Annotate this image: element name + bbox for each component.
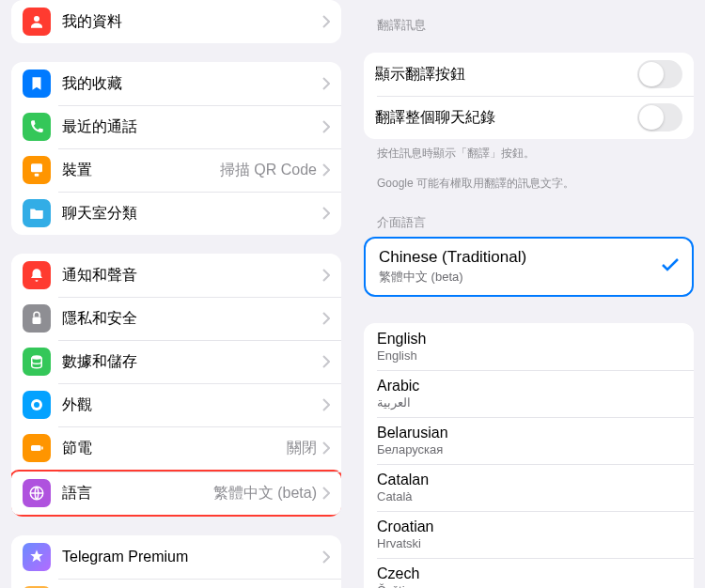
lang-secondary: English [377, 348, 681, 363]
lang-secondary: Беларуская [377, 442, 681, 456]
row-bookmark[interactable]: 我的收藏 [11, 62, 341, 105]
chevron-right-icon [322, 312, 330, 325]
settings-group: 通知和聲音 隱私和安全 數據和儲存 外觀 [11, 254, 341, 517]
phone-icon [23, 113, 51, 141]
selected-secondary: 繁體中文 (beta) [379, 269, 662, 286]
chevron-right-icon [322, 207, 330, 220]
selected-language[interactable]: Chinese (Traditional) 繁體中文 (beta) [364, 237, 694, 297]
profile-group: 我的資料 [11, 0, 341, 43]
person-icon [23, 8, 51, 36]
row-privacy[interactable]: 隱私和安全 [11, 297, 341, 340]
lang-primary: Croatian [377, 518, 681, 535]
lang-primary: Czech [377, 565, 681, 582]
lock-icon [646, 110, 659, 127]
svg-point-4 [32, 355, 42, 360]
toggle-show-translate[interactable] [637, 60, 682, 88]
row-premium[interactable]: Telegram Premium [11, 535, 341, 579]
row-show-translate[interactable]: 顯示翻譯按鈕 [364, 53, 694, 96]
chevron-right-icon [322, 77, 330, 90]
row-label: 顯示翻譯按鈕 [375, 65, 637, 85]
row-label: 節電 [62, 439, 287, 458]
row-profile[interactable]: 我的資料 [11, 0, 341, 43]
lang-option-croatian[interactable]: Croatian Hrvatski [364, 511, 694, 558]
chevron-right-icon [322, 15, 330, 28]
svg-rect-7 [31, 445, 41, 451]
row-language[interactable]: 語言 繁體中文 (beta) [11, 470, 341, 517]
section-lang-header: 介面語言 [364, 214, 694, 231]
translate-group: 顯示翻譯按鈕 翻譯整個聊天紀錄 [364, 53, 694, 139]
row-label: Telegram Premium [62, 549, 322, 565]
battery-icon [23, 434, 51, 462]
row-label: 我的資料 [62, 12, 322, 32]
chevron-right-icon [322, 398, 330, 411]
row-detail: 關閉 [287, 439, 317, 458]
caption-translate-1: 按住訊息時顯示「翻譯」按鈕。 [364, 139, 694, 162]
lang-option-belarusian[interactable]: Belarusian Беларуская [364, 417, 694, 464]
lang-option-czech[interactable]: Czech Čeština [364, 558, 694, 588]
general-group: 我的收藏 最近的通話 裝置 掃描 QR Code 聊天室分類 [11, 62, 341, 235]
lang-option-english[interactable]: English English [364, 323, 694, 370]
lang-option-catalan[interactable]: Catalan Català [364, 464, 694, 511]
lang-option-arabic[interactable]: Arabic العربية [364, 370, 694, 417]
svg-rect-2 [35, 174, 39, 177]
lang-primary: Arabic [377, 378, 681, 395]
svg-rect-8 [41, 447, 43, 450]
database-icon [23, 348, 51, 376]
bell-icon [23, 261, 51, 289]
row-label: 裝置 [62, 161, 220, 180]
globe-icon [23, 479, 51, 507]
premium-group: Telegram Premium 我的星星 Telegram 企業新 [11, 535, 341, 588]
row-label: 通知和聲音 [62, 266, 322, 286]
row-label: 數據和儲存 [62, 352, 322, 372]
chevron-right-icon [322, 269, 330, 282]
settings-left-panel: 我的資料 我的收藏 最近的通話 裝置 掃描 QR Code [0, 0, 352, 588]
chevron-right-icon [322, 120, 330, 133]
chevron-right-icon [322, 355, 330, 368]
chevron-right-icon [322, 441, 330, 455]
row-appearance[interactable]: 外觀 [11, 383, 341, 426]
lang-secondary: Català [377, 489, 681, 503]
svg-point-0 [34, 16, 39, 22]
row-detail: 掃描 QR Code [220, 161, 317, 180]
bookmark-icon [23, 70, 51, 98]
chevron-right-icon [322, 487, 330, 500]
svg-rect-12 [650, 116, 656, 121]
row-translate-history[interactable]: 翻譯整個聊天紀錄 [364, 96, 694, 139]
svg-point-6 [34, 402, 39, 408]
svg-rect-3 [33, 317, 41, 325]
lang-secondary: العربية [377, 395, 681, 410]
lang-primary: Belarusian [377, 425, 681, 441]
lang-primary: Catalan [377, 472, 681, 488]
language-list: English English Arabic العربية Belarusia… [364, 323, 694, 588]
star-icon [23, 543, 51, 571]
row-calls[interactable]: 最近的通話 [11, 105, 341, 148]
toggle-translate-history[interactable] [637, 103, 682, 132]
row-label: 聊天室分類 [62, 204, 322, 224]
row-label: 最近的通話 [62, 117, 322, 137]
appearance-icon [23, 391, 51, 419]
chevron-right-icon [322, 550, 330, 564]
row-label: 隱私和安全 [62, 309, 322, 329]
folder-icon [23, 199, 51, 227]
row-label: 翻譯整個聊天紀錄 [375, 108, 637, 128]
language-right-panel: 翻譯訊息 顯示翻譯按鈕 翻譯整個聊天紀錄 按住訊息時顯示「翻譯」按鈕。 Goog… [352, 0, 705, 588]
row-devices[interactable]: 裝置 掃描 QR Code [11, 148, 341, 192]
section-translate-header: 翻譯訊息 [364, 17, 694, 34]
row-folders[interactable]: 聊天室分類 [11, 192, 341, 235]
row-label: 外觀 [62, 395, 322, 415]
row-powersave[interactable]: 節電 關閉 [11, 426, 341, 470]
lang-secondary: Hrvatski [377, 536, 681, 550]
lock-icon [23, 304, 51, 333]
check-icon [662, 258, 679, 275]
selected-primary: Chinese (Traditional) [379, 248, 662, 267]
lang-primary: English [377, 331, 681, 348]
row-data[interactable]: 數據和儲存 [11, 340, 341, 383]
row-label: 我的收藏 [62, 74, 322, 94]
device-icon [23, 156, 51, 184]
caption-translate-2: Google 可能有權取用翻譯的訊息文字。 [364, 169, 694, 192]
row-stars[interactable]: 我的星星 [11, 579, 341, 588]
row-label: 語言 [62, 484, 213, 503]
lang-secondary: Čeština [377, 583, 681, 588]
row-notifications[interactable]: 通知和聲音 [11, 254, 341, 297]
svg-rect-1 [31, 163, 42, 172]
